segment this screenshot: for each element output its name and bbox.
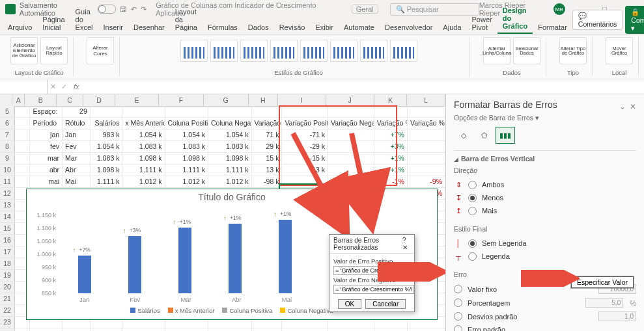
cell[interactable] (91, 328, 123, 331)
cell[interactable]: 1.098 k (208, 153, 252, 164)
tab-desenvolvedor[interactable]: Desenvolvedor (380, 21, 438, 34)
chart-style-1[interactable] (180, 40, 208, 62)
cell[interactable]: Variação Positiva (282, 118, 328, 129)
table-row[interactable]: janJan983 k1.054 k1.054 k1.054 k71 k-71 … (14, 129, 445, 141)
pane-subtitle[interactable]: Opções de Barra de Erros ▾ (454, 114, 636, 122)
chart-title[interactable]: Título do Gráfico (27, 189, 437, 205)
cell[interactable] (208, 106, 252, 117)
cell[interactable]: 1.098 k (165, 153, 209, 164)
cell[interactable]: -71 k (282, 129, 328, 140)
cell[interactable]: +1% (374, 165, 408, 176)
col-J[interactable]: J (326, 94, 374, 106)
cell[interactable] (14, 106, 30, 117)
cell[interactable] (408, 165, 445, 176)
cell[interactable] (328, 141, 374, 152)
chart-style-8[interactable] (390, 40, 417, 62)
cell[interactable]: 15 k (252, 153, 283, 164)
cell[interactable]: -9% (408, 176, 445, 187)
error-stdev[interactable]: Desvios padrão (454, 310, 636, 323)
cell[interactable] (165, 106, 209, 117)
cell[interactable]: 1.012 k (122, 176, 165, 187)
cell[interactable] (14, 176, 30, 187)
tab-layout-pagina[interactable]: Layout da Página (170, 5, 203, 34)
change-chart-type-button[interactable]: Alterar Tipo de Gráfico (559, 37, 587, 64)
tab-formulas[interactable]: Fórmulas (203, 21, 243, 34)
tab-dados[interactable]: Dados (243, 21, 274, 34)
cell[interactable]: +1% (374, 153, 408, 164)
cell[interactable]: 1.111 k (122, 165, 165, 176)
cell[interactable] (282, 176, 328, 187)
tab-exibir[interactable]: Exibir (310, 21, 339, 34)
cell[interactable] (328, 153, 374, 164)
cell[interactable]: Fev (63, 141, 91, 152)
cell[interactable]: +3% (374, 141, 408, 152)
avatar[interactable]: MR (553, 3, 565, 15)
cell[interactable]: +7% (374, 129, 408, 140)
cell[interactable] (252, 106, 283, 117)
tab-power-pivot[interactable]: Power Pivot (467, 13, 497, 34)
col-E[interactable]: E (115, 94, 159, 106)
cell[interactable]: 983 k (91, 129, 123, 140)
cell[interactable]: 1.054 k (91, 141, 123, 152)
cell[interactable]: 71 k (252, 129, 283, 140)
tab-automate[interactable]: Automate (339, 21, 380, 34)
cell[interactable]: fev (30, 141, 63, 152)
tab-revisao[interactable]: Revisão (274, 21, 311, 34)
cell[interactable]: 1.083 k (208, 141, 252, 152)
col-K[interactable]: K (374, 94, 408, 106)
fx-cancel-icon[interactable]: ✕ (48, 83, 59, 91)
cell[interactable]: Mar (63, 153, 91, 164)
cell[interactable]: 13 k (252, 165, 283, 176)
cell[interactable]: 1.083 k (165, 141, 209, 152)
col-G[interactable]: G (204, 94, 249, 106)
direction-plus[interactable]: ↥Mais (454, 204, 636, 217)
specify-value-button[interactable]: Especificar Valor (571, 276, 634, 288)
cell[interactable]: 1.083 k (122, 141, 165, 152)
legend-item[interactable]: Salários (130, 307, 160, 314)
cell[interactable]: mai (30, 176, 63, 187)
cell[interactable] (374, 106, 408, 117)
cell[interactable] (14, 153, 30, 164)
chart-style-3[interactable] (240, 40, 268, 62)
cell[interactable]: 1.012 k (165, 176, 209, 187)
select-all[interactable] (0, 94, 12, 106)
tab-design-grafico[interactable]: Design do Gráfico (497, 4, 533, 34)
col-D[interactable]: D (83, 94, 115, 106)
cell[interactable] (282, 328, 328, 331)
positive-error-input[interactable] (333, 266, 414, 275)
cell[interactable] (14, 141, 30, 152)
cell[interactable] (30, 328, 63, 331)
pane-tab-effects-icon[interactable]: ⬠ (475, 127, 494, 144)
cell[interactable]: Variação % P (408, 118, 445, 129)
cell[interactable]: 29 k (252, 141, 283, 152)
cell[interactable]: 1.111 k (91, 176, 123, 187)
chart-style-2[interactable] (210, 40, 238, 62)
error-percent[interactable]: Porcentagem% (454, 296, 636, 310)
cancel-button[interactable]: Cancelar (365, 299, 406, 309)
cell[interactable] (408, 106, 445, 117)
cell[interactable] (122, 106, 165, 117)
end-no-cap[interactable]: │Sem Legenda (454, 237, 636, 250)
tab-pagina-inicial[interactable]: Página Inicial (37, 13, 70, 34)
cell[interactable] (408, 328, 445, 331)
chart-style-4[interactable] (270, 40, 298, 62)
cell[interactable] (14, 118, 30, 129)
col-B[interactable]: B (25, 94, 57, 106)
cell[interactable]: -1% (374, 176, 408, 187)
table-row[interactable]: marMar1.083 k1.098 k1.098 k1.098 k15 k-1… (14, 153, 445, 165)
select-data-button[interactable]: Selecionar Dados (513, 37, 540, 64)
redo-icon[interactable]: ↷ (141, 5, 147, 14)
cell[interactable]: -98 k (328, 176, 374, 187)
worksheet[interactable]: A B C D E F G H I J K L 5678910111213141… (0, 94, 445, 331)
cell[interactable]: 1.098 k (122, 153, 165, 164)
cell[interactable]: 1.054 k (208, 129, 252, 140)
cell[interactable] (328, 165, 374, 176)
chart-style-5[interactable] (300, 40, 328, 62)
quick-layout-button[interactable]: Layout Rápido (40, 37, 68, 64)
error-stderr[interactable]: Erro padrão (454, 323, 636, 331)
tab-desenhar[interactable]: Desenhar (128, 21, 170, 34)
switch-row-col-button[interactable]: Alternar Linha/Coluna (483, 37, 511, 64)
cell[interactable] (208, 328, 252, 331)
pane-close-icon[interactable]: ✕ (630, 102, 636, 111)
cell[interactable]: -29 k (282, 141, 328, 152)
